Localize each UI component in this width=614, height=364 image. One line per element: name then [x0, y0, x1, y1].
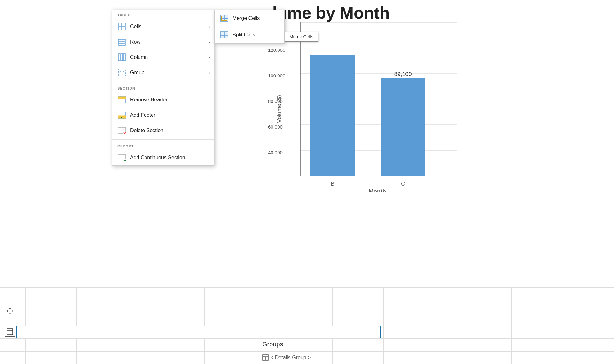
menu-item-row[interactable]: Row ›: [112, 34, 214, 50]
merge-cells-label: Merge Cells: [232, 15, 260, 21]
svg-rect-26: [118, 44, 125, 45]
svg-rect-29: [123, 54, 125, 61]
row-chevron: ›: [209, 39, 210, 44]
delete-section-icon: [117, 126, 126, 135]
svg-rect-27: [118, 54, 120, 61]
table-section-label: TABLE: [112, 10, 214, 19]
divider-2: [112, 139, 214, 140]
add-continuous-section-label: Add Continuous Section: [130, 155, 185, 161]
svg-rect-57: [224, 35, 228, 38]
menu-item-group[interactable]: Group ›: [112, 65, 214, 80]
submenu-cells: Merge Cells Split Cells: [214, 10, 285, 44]
svg-rect-23: [122, 27, 125, 30]
svg-rect-28: [121, 54, 123, 61]
merge-cells-icon: [220, 14, 229, 23]
svg-rect-24: [118, 39, 125, 41]
svg-rect-55: [224, 32, 228, 35]
svg-rect-20: [118, 23, 122, 26]
cells-chevron: ›: [209, 24, 210, 29]
svg-rect-50: [224, 15, 228, 18]
chart-svg: 89,100 B C Month: [278, 19, 464, 192]
report-section-label: REPORT: [112, 141, 214, 150]
submenu-item-split-cells[interactable]: Split Cells: [215, 27, 284, 43]
menu-item-delete-section[interactable]: Delete Section: [112, 123, 214, 138]
add-footer-label: Add Footer: [130, 112, 155, 118]
svg-rect-56: [220, 35, 224, 38]
selection-bar: [16, 326, 381, 338]
svg-rect-54: [220, 32, 224, 35]
remove-header-icon: [117, 95, 126, 104]
svg-text:B: B: [331, 181, 335, 186]
add-footer-icon: [117, 111, 126, 120]
column-chevron: ›: [209, 55, 210, 60]
group-icon: [117, 68, 126, 77]
remove-header-label: Remove Header: [130, 97, 168, 103]
group-label: Group: [130, 70, 144, 75]
move-handle[interactable]: [5, 306, 15, 316]
svg-rect-49: [220, 15, 224, 18]
menu-item-remove-header[interactable]: Remove Header: [112, 92, 214, 107]
split-cells-icon: [220, 30, 229, 39]
context-menu: TABLE Cells › Row ›: [112, 10, 214, 166]
svg-rect-8: [310, 55, 355, 176]
row-label: Row: [130, 39, 140, 45]
menu-item-add-footer[interactable]: Add Footer: [112, 107, 214, 123]
split-cells-label: Split Cells: [232, 32, 255, 38]
merge-cells-tooltip: Merge Cells: [285, 32, 318, 42]
svg-rect-21: [122, 23, 125, 26]
menu-item-add-continuous-section[interactable]: Add Continuous Section: [112, 150, 214, 165]
add-continuous-section-icon: [117, 153, 126, 162]
cells-icon: [117, 22, 126, 31]
column-label: Column: [130, 54, 148, 60]
row-icon: [117, 37, 126, 46]
svg-rect-25: [118, 42, 125, 43]
svg-rect-51: [220, 19, 224, 21]
svg-rect-9: [381, 78, 425, 176]
svg-text:C: C: [401, 181, 405, 186]
submenu-item-merge-cells[interactable]: Merge Cells: [215, 10, 284, 27]
menu-item-column[interactable]: Column ›: [112, 50, 214, 65]
delete-section-label: Delete Section: [130, 128, 163, 133]
svg-rect-30: [118, 69, 125, 76]
column-icon: [117, 53, 126, 62]
svg-text:89,100: 89,100: [394, 71, 412, 77]
group-chevron: ›: [209, 70, 210, 75]
groups-label: Groups: [262, 341, 614, 348]
svg-text:Month: Month: [369, 188, 386, 192]
cells-label: Cells: [130, 24, 142, 29]
menu-item-cells[interactable]: Cells ›: [112, 19, 214, 34]
svg-rect-22: [118, 27, 122, 30]
section-section-label: SECTION: [112, 83, 214, 92]
svg-rect-52: [224, 19, 228, 21]
groups-subitem: < Details Group >: [262, 354, 311, 361]
table-icon-bottom[interactable]: [5, 327, 15, 337]
divider-1: [112, 82, 214, 82]
